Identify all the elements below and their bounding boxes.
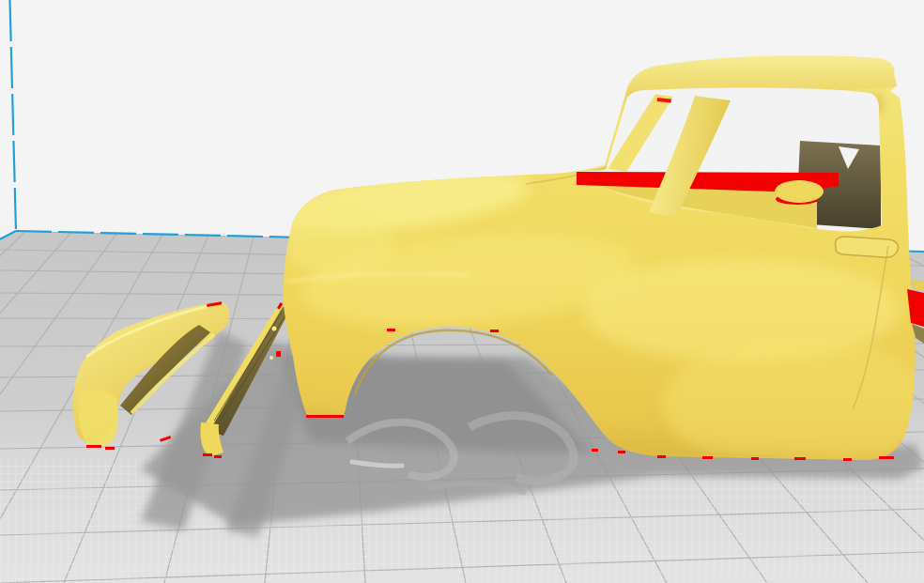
grille-detail-dot: [270, 356, 273, 360]
slicer-3d-viewport[interactable]: [0, 0, 924, 583]
bumper-foot-face: [79, 390, 118, 447]
grille-detail-dot: [272, 327, 277, 331]
dash-instrument-pod: [775, 180, 824, 203]
